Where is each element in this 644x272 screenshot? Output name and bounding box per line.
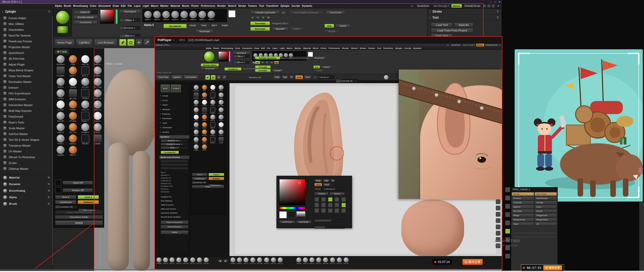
load-tools-from-project-button[interactable]: Load Tools From Project — [431, 28, 473, 33]
subtool-action-button[interactable]: Merge — [512, 214, 534, 217]
tessimate-button[interactable]: Tessimate — [196, 29, 213, 33]
picker-saturation-square[interactable] — [279, 179, 305, 205]
sym-z-button[interactable]: Z — [261, 16, 265, 19]
quicksave-button[interactable]: QuickSave — [415, 5, 431, 7]
subtool-action-button[interactable]: Duplicate — [512, 201, 534, 205]
menu-item[interactable]: Texture — [247, 5, 258, 7]
tool-icon[interactable] — [341, 208, 346, 213]
project-button[interactable]: Project — [221, 24, 229, 27]
stroke-palette-header[interactable]: ‹ Stroke ↻ — [427, 9, 502, 15]
delmt-button[interactable]: DelMT — [290, 27, 303, 31]
sidebar-item[interactable]: PolyGroupIt — [0, 114, 53, 119]
tool-icon[interactable] — [341, 197, 346, 202]
menu-item[interactable]: Alpha — [54, 5, 63, 7]
subtool-action-button[interactable]: AutoReorder — [535, 196, 557, 200]
subtool-action-button[interactable]: New Folder — [535, 192, 557, 196]
hue-strip[interactable] — [115, 10, 117, 24]
tool-icon[interactable] — [335, 203, 339, 207]
dynamesh-button[interactable]: DynaMesh — [164, 24, 187, 28]
brush-thumbnail[interactable]: SelectR — [54, 112, 67, 122]
texture-preview-icon[interactable] — [55, 187, 61, 193]
brush-thumbnail[interactable]: ind_ant — [79, 78, 91, 88]
menu-item[interactable]: Light — [142, 5, 150, 7]
brush-thumbnail[interactable]: SK_Clay — [91, 78, 104, 88]
palette-section-row[interactable]: Brush ↻ — [0, 200, 53, 207]
default-zscript-button[interactable]: DefaultZScript — [462, 5, 483, 7]
sidebar-item[interactable]: Clean Tool Master — [0, 73, 53, 79]
menu-item[interactable]: Stroke — [237, 5, 247, 7]
brush-thumbnail[interactable]: SliceCu — [67, 134, 79, 145]
alpha-thumbnail[interactable]: Alpha 2 — [208, 11, 215, 20]
sym-x-button[interactable]: X — [250, 16, 255, 19]
main-titlebar[interactable]: ZBrush 2019.1.1 [ – □ ✕ — [0, 0, 502, 4]
brush-thumbnail[interactable]: TrimDy — [54, 89, 67, 99]
alpha-preview-icon[interactable] — [55, 180, 61, 186]
sidebar-item[interactable]: ZBrush To Photoshop — [0, 154, 53, 160]
refresh-icon[interactable]: ↻ — [494, 10, 502, 13]
groups-button[interactable]: Groups — [189, 24, 197, 27]
sidebar-item[interactable]: Ryan's Tools — [0, 119, 53, 125]
menu-item[interactable]: Macro — [150, 5, 159, 7]
brush-thumbnail[interactable]: Dam_St — [91, 89, 104, 99]
sidebar-item[interactable]: PanelLoop Presets — [0, 38, 53, 44]
sidebar-item[interactable]: SubTool Master — [0, 131, 53, 137]
palette-section-row[interactable]: Brucehuang ↻ — [0, 187, 53, 194]
sidebar-item[interactable]: Misc Utilities — [0, 21, 53, 27]
brush-thumbnail[interactable]: PolySkin — [54, 66, 67, 77]
alpha-thumbnail[interactable]: Alpha 4 — [153, 11, 161, 20]
brush-thumbnail[interactable]: ZModel — [79, 134, 91, 145]
collapse-chevron-icon[interactable]: ‹ — [427, 10, 432, 13]
brush-thumbnail[interactable]: SK_Poli — [67, 123, 79, 133]
activate-symmetry-button[interactable]: Activate Symmetry — [250, 11, 280, 14]
brush-thumbnail[interactable]: zbro_cl — [91, 100, 104, 111]
brush-thumbnail[interactable]: IMM Pr — [67, 146, 79, 156]
tool-icon[interactable] — [335, 208, 339, 213]
panel-icon[interactable] — [505, 187, 510, 192]
subtool-action-button[interactable]: Del All — [512, 192, 534, 196]
sidebar-item[interactable]: 3D Print Hub — [0, 56, 53, 61]
menu-item[interactable]: Brucehuang — [72, 5, 89, 7]
subtool-action-button[interactable]: Exit All — [535, 209, 557, 213]
brush-set-tab[interactable]: 椅子笔刷 — [55, 50, 69, 54]
alpha-off-button[interactable]: Alpha Off — [63, 181, 93, 185]
brush-thumbnail[interactable]: SnakeH — [79, 123, 91, 133]
tool-icon[interactable] — [328, 203, 333, 207]
close-icon[interactable]: ✕ — [497, 1, 502, 3]
menu-item[interactable]: Picker — [190, 5, 200, 7]
brush-thumbnail[interactable]: ClipCur — [54, 123, 67, 133]
brush-thumbnail[interactable]: hPolish — [67, 112, 79, 122]
palette-section-row[interactable]: Material ↻ — [0, 174, 53, 181]
tool-icon[interactable] — [335, 197, 339, 202]
menu-item[interactable]: Preferences — [200, 5, 216, 7]
polish-button[interactable]: Polish — [200, 24, 207, 27]
relative-button[interactable]: Relative — [78, 200, 99, 204]
subtool-action-button[interactable]: MergeSimilar — [512, 218, 534, 222]
tool-icon[interactable] — [314, 203, 319, 207]
alpha-thumbnail[interactable]: Alpha A — [162, 11, 170, 20]
orco-button[interactable]: Orco 2 — [55, 195, 76, 199]
alpha-thumbnail[interactable]: Alpha 6 — [180, 11, 188, 20]
panel-icon[interactable] — [505, 220, 510, 225]
tool-icon[interactable] — [314, 197, 319, 202]
sidebar-item[interactable]: Decimation Master — [0, 79, 53, 85]
panel-icon[interactable] — [505, 212, 510, 217]
sidebar-item[interactable]: Maya Blend Shapes — [0, 67, 53, 73]
menu-item[interactable]: Marker — [159, 5, 170, 7]
panel-icon[interactable] — [505, 254, 510, 259]
grid-icon[interactable] — [487, 4, 491, 8]
brush-thumbnail[interactable]: InflatB — [91, 134, 104, 145]
brush-thumbnail[interactable]: Standard — [54, 55, 67, 65]
tool-icon[interactable] — [328, 197, 333, 202]
color-picker-square[interactable] — [100, 10, 114, 24]
morph-button[interactable]: Morph — [325, 29, 339, 33]
brush-thumbnail[interactable]: ClayTu — [91, 112, 104, 122]
alpha-thumbnail[interactable]: Alpha C — [144, 11, 152, 20]
tool-icon[interactable] — [328, 208, 333, 213]
tool-icon[interactable] — [321, 208, 326, 213]
brush-thumbnail[interactable]: Planar — [67, 100, 79, 111]
storemt-button[interactable]: StoreMT — [272, 27, 288, 31]
posable-symmetry-button[interactable]: Use Posable Symmetry — [289, 11, 323, 14]
sidebar-item[interactable]: Text 3D & Vector Shapes — [0, 137, 53, 143]
subtool-action-button[interactable]: Del Other — [512, 209, 534, 213]
palette-section-row[interactable]: Dynamic ↻ — [0, 181, 53, 187]
